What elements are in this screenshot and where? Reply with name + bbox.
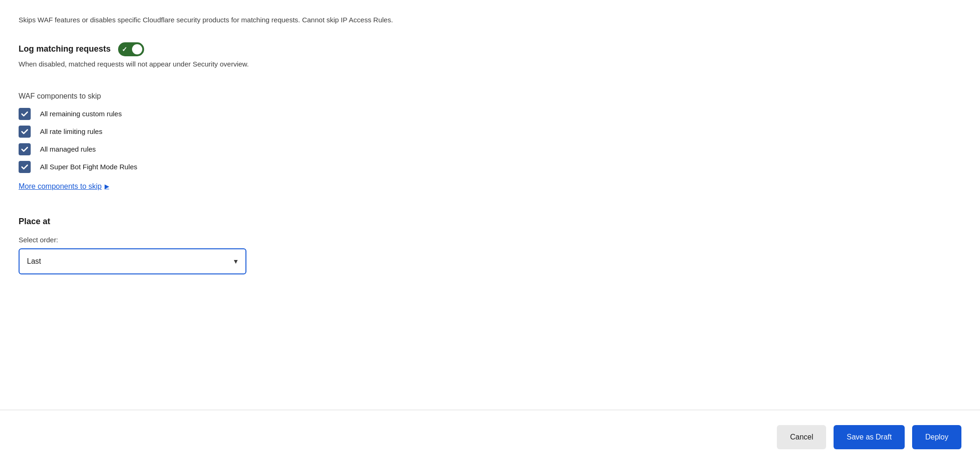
place-at-title: Place at (19, 217, 961, 226)
deploy-button[interactable]: Deploy (912, 425, 961, 449)
waf-section: WAF components to skip All remaining cus… (19, 92, 961, 206)
page-container: Skips WAF features or disables specific … (0, 0, 980, 466)
log-matching-label: Log matching requests (19, 44, 111, 54)
select-wrapper: First Last Custom ▼ (19, 248, 246, 274)
checkbox-item-rate-limiting: All rate limiting rules (19, 126, 961, 138)
waf-section-title: WAF components to skip (19, 92, 961, 100)
checkbox-item-custom-rules: All remaining custom rules (19, 108, 961, 120)
select-order-dropdown[interactable]: First Last Custom (19, 248, 246, 274)
log-matching-row: Log matching requests ✓ (19, 42, 961, 56)
checkbox-list: All remaining custom rules All rate limi… (19, 108, 961, 173)
log-disabled-description: When disabled, matched requests will not… (19, 60, 961, 68)
toggle-knob (132, 44, 142, 54)
checkbox-bot-fight[interactable] (19, 161, 31, 173)
log-matching-toggle[interactable]: ✓ (118, 42, 144, 56)
more-components-arrow-icon: ▶ (105, 183, 109, 190)
checkbox-item-managed-rules: All managed rules (19, 143, 961, 155)
checkbox-rate-limiting[interactable] (19, 126, 31, 138)
footer-divider (0, 410, 980, 410)
checkbox-label-bot-fight: All Super Bot Fight Mode Rules (40, 163, 137, 171)
checkbox-label-managed-rules: All managed rules (40, 145, 96, 153)
checkbox-label-rate-limiting: All rate limiting rules (40, 127, 102, 135)
checkbox-label-custom-rules: All remaining custom rules (40, 110, 122, 118)
log-matching-section: Log matching requests ✓ When disabled, m… (19, 42, 961, 81)
place-at-section: Place at Select order: First Last Custom… (19, 217, 961, 274)
checkbox-item-bot-fight: All Super Bot Fight Mode Rules (19, 161, 961, 173)
more-components-text: More components to skip (19, 182, 102, 191)
more-components-link[interactable]: More components to skip ▶ (19, 182, 109, 191)
checkbox-managed-rules[interactable] (19, 143, 31, 155)
save-as-draft-button[interactable]: Save as Draft (834, 425, 905, 449)
cancel-button[interactable]: Cancel (777, 425, 826, 449)
checkbox-custom-rules[interactable] (19, 108, 31, 120)
toggle-check-icon: ✓ (122, 46, 127, 53)
description-text: Skips WAF features or disables specific … (19, 15, 961, 26)
select-order-label: Select order: (19, 236, 961, 244)
footer-actions: Cancel Save as Draft Deploy (777, 425, 961, 449)
